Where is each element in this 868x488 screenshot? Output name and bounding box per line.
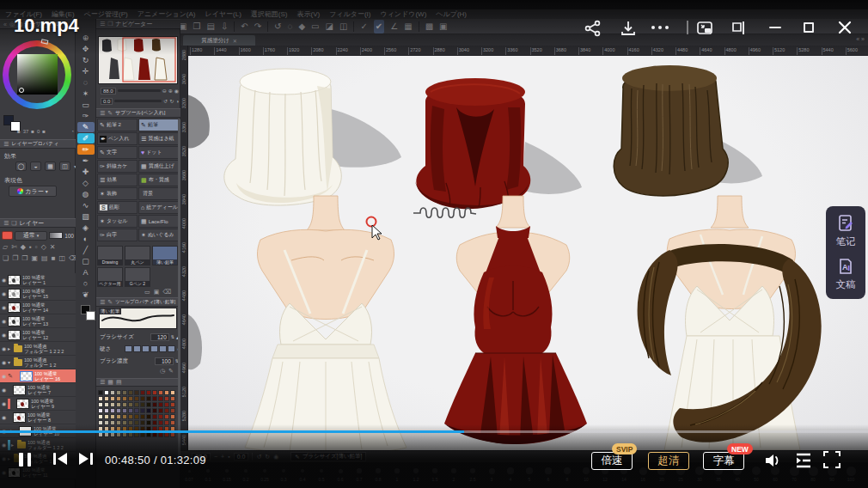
palette-swatch[interactable] [104, 420, 109, 425]
layer-thumbnail[interactable] [8, 275, 21, 285]
menu-icon[interactable]: ☰ [100, 379, 105, 386]
tool-18[interactable]: ◐ [77, 234, 95, 244]
merge-icon[interactable]: ▤ [41, 254, 48, 262]
palette-swatch[interactable] [128, 390, 133, 395]
navigator-header[interactable]: ☰ ❐ ナビゲーター [96, 19, 180, 29]
tool-17[interactable]: ◈ [77, 223, 95, 233]
brush-preset-dot[interactable] [394, 468, 400, 473]
palette-swatch[interactable] [140, 420, 145, 425]
tool-10[interactable]: ✏ [77, 144, 95, 155]
layer-row-レイヤー 15[interactable]: ◉100 %通常レイヤー 15 [0, 287, 76, 301]
brush-薄い鉛筆[interactable]: 薄い鉛筆 [152, 246, 178, 265]
playlist-icon[interactable] [794, 452, 813, 469]
new-vector-icon[interactable]: ❐ [12, 254, 18, 262]
menu-icon[interactable]: ☰ [3, 220, 9, 227]
layer-thumbnail[interactable] [8, 330, 21, 340]
lock-alpha-icon[interactable]: ▫ [35, 243, 38, 251]
angle-slider[interactable] [114, 100, 162, 102]
layer-color-effect-icon[interactable]: ◫ [59, 162, 70, 171]
notes-button[interactable]: 笔记 [836, 214, 856, 248]
layer-row-レイヤー 13[interactable]: ◉100 %通常レイヤー 13 [0, 314, 76, 328]
palette-swatch[interactable] [98, 414, 103, 419]
palette-swatch[interactable] [134, 396, 139, 401]
command-icon-15[interactable]: ▦ [404, 20, 412, 34]
rotate-cw-icon[interactable]: ↻ [265, 454, 270, 461]
fit-icon[interactable]: ◉ [174, 88, 179, 94]
brush-preset-dot[interactable] [752, 467, 761, 476]
lock-icon[interactable]: ▪ [29, 243, 32, 251]
reset-icon[interactable]: ◷ [160, 368, 165, 375]
edit-icon[interactable]: ✎ [168, 368, 174, 375]
palette-swatch[interactable] [98, 396, 103, 401]
color-set-header[interactable]: ☰ ▦ ▤ [96, 378, 180, 387]
tool-3[interactable]: ✛ [77, 66, 95, 76]
tool-14[interactable]: ◍ [77, 189, 95, 199]
layer-thumbnail[interactable] [8, 467, 21, 478]
rotate-cw-icon[interactable]: ↻ [169, 98, 174, 104]
delete-brush-icon[interactable]: ⌫ [162, 289, 171, 296]
layer-row-フォルダー 1 2[interactable]: ◉▾100 %通過フォルダー 1 2 [0, 356, 76, 369]
visibility-eye-icon[interactable]: ◉ [0, 290, 8, 296]
palette-swatch[interactable] [140, 414, 145, 419]
brush-preset-dot[interactable] [188, 470, 191, 473]
new-layer-icon[interactable]: ❏ [3, 254, 9, 262]
opacity-slider[interactable] [49, 232, 63, 239]
tool-1[interactable]: ✥ [77, 44, 95, 54]
brush-preset-dot[interactable] [376, 468, 381, 473]
palette-swatch[interactable] [152, 408, 157, 413]
visibility-eye-icon[interactable]: ◉ [0, 318, 8, 324]
palette-swatch[interactable] [128, 402, 133, 407]
zoom-fit-icon[interactable]: ▪ [228, 454, 229, 460]
ref-icon[interactable]: ◆ [21, 243, 26, 251]
folder-arrow-icon[interactable]: ▾ [8, 359, 14, 365]
palette-swatch[interactable] [152, 390, 157, 395]
subtool-鉛筆 2[interactable]: ✎鉛筆 2 [97, 119, 138, 131]
brush-preset-dot[interactable] [507, 467, 513, 473]
subtool-鉛筆[interactable]: ✎鉛筆 [138, 119, 179, 131]
bg-color-swatch[interactable] [86, 311, 95, 320]
palette-swatch[interactable] [116, 390, 121, 395]
stepper-icon[interactable]: ⇅ [171, 334, 174, 339]
visibility-eye-icon[interactable]: ◉ [0, 277, 8, 283]
subtool-質感ほき紙[interactable]: ☰質感ほき紙 [138, 132, 179, 145]
command-icon-4[interactable]: ↶ [241, 20, 248, 34]
palette-swatch[interactable] [122, 414, 127, 419]
palette-swatch[interactable] [128, 414, 133, 419]
flip-icon[interactable]: ◑ [175, 99, 179, 104]
download-icon[interactable] [620, 20, 637, 37]
palette-swatch[interactable] [170, 408, 175, 413]
palette-swatch[interactable] [146, 420, 151, 425]
brush-preset-dot[interactable] [545, 467, 552, 474]
layer-row-レイヤー 1[interactable]: ◉100 %通常レイヤー 1 [0, 273, 76, 287]
visibility-eye-icon[interactable]: ◉ [0, 345, 8, 351]
mask-add-icon[interactable]: ◫ [58, 254, 65, 262]
brush-Gペン 2[interactable]: Gペン 2 [125, 267, 150, 287]
palette-swatch[interactable] [152, 414, 157, 419]
palette-swatch[interactable] [128, 396, 133, 401]
layer-thumbnail[interactable] [16, 399, 29, 409]
tone-effect-icon[interactable]: ◒ [30, 162, 41, 171]
layer-thumbnail[interactable] [8, 316, 21, 326]
menu-icon[interactable]: ☰ [100, 21, 105, 27]
palette-swatch[interactable] [134, 414, 139, 419]
palette-swatch[interactable] [104, 402, 109, 407]
palette-swatch[interactable] [140, 408, 145, 413]
tool-11[interactable]: ✒ [77, 156, 95, 166]
subtool-header[interactable]: ☰ ✎ サブツール[ペン入れ] [96, 108, 180, 118]
palette-swatch[interactable] [128, 420, 133, 425]
palette-swatch[interactable] [104, 390, 109, 395]
visibility-eye-icon[interactable]: ◉ [0, 373, 8, 379]
tool-15[interactable]: ∿ [77, 200, 95, 210]
palette-swatch[interactable] [98, 408, 103, 413]
palette-swatch[interactable] [158, 420, 163, 425]
palette-swatch[interactable] [164, 402, 169, 407]
brush-preset-dot[interactable] [470, 468, 476, 474]
subtool-ペン入れ[interactable]: ✒ペン入れ [97, 132, 138, 145]
command-icon-9[interactable]: ▭ [311, 20, 319, 34]
brush-preset-dot[interactable] [583, 467, 590, 474]
border-effect-icon[interactable]: ◯ [15, 162, 27, 171]
menu-icon[interactable]: ☰ [100, 110, 105, 117]
transfer-icon[interactable]: ▣ [32, 254, 39, 262]
subtool-斜線カケ[interactable]: ✑斜線カケ [97, 160, 138, 173]
tool-16[interactable]: ▧ [77, 211, 95, 222]
